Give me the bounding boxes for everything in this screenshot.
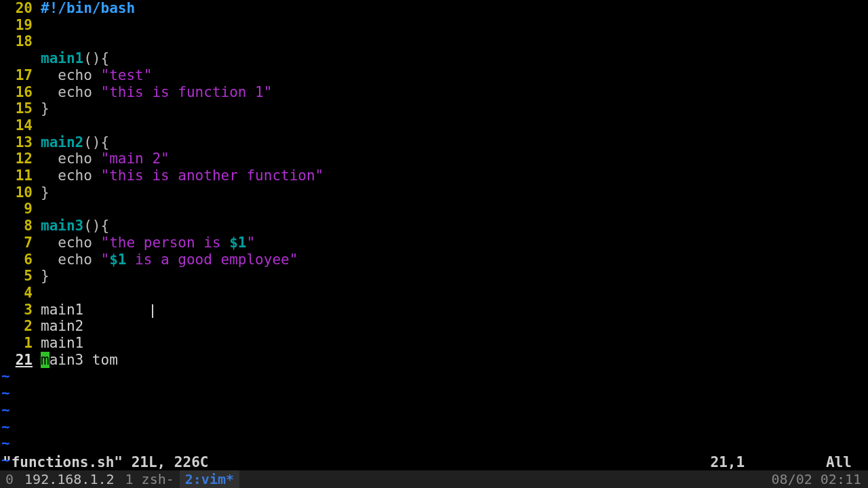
editor-viewport[interactable]: 20 #!/bin/bash 19 18 main1(){ 17 echo "t… — [0, 0, 868, 454]
status-file-info: "functions.sh" 21L, 226C — [3, 454, 208, 471]
line-number-current: 21 — [0, 352, 33, 369]
cursor-block: m — [41, 352, 50, 368]
tmux-window-1[interactable]: 1 zsh- — [120, 470, 180, 488]
tmux-session-index[interactable]: 0 — [0, 470, 19, 488]
tmux-window-2-active[interactable]: 2:vim* — [180, 470, 239, 488]
text-caret — [152, 304, 153, 318]
vim-status-line: "functions.sh" 21L, 226C 21,1 All — [3, 454, 865, 471]
status-position: All — [826, 454, 852, 471]
status-ruler: 21,1 — [710, 454, 745, 471]
tmux-status-bar[interactable]: 0 192.168.1.2 1 zsh- 2:vim* 08/02 02:11 — [0, 470, 868, 488]
current-line: 21 main3 tom — [0, 352, 868, 369]
code-line: 20 #!/bin/bash — [0, 0, 868, 17]
end-of-buffer-tilde: ~ — [0, 368, 868, 385]
tmux-host: 192.168.1.2 — [19, 470, 119, 488]
line-number: 20 — [0, 0, 33, 17]
tmux-clock: 08/02 02:11 — [772, 471, 868, 488]
